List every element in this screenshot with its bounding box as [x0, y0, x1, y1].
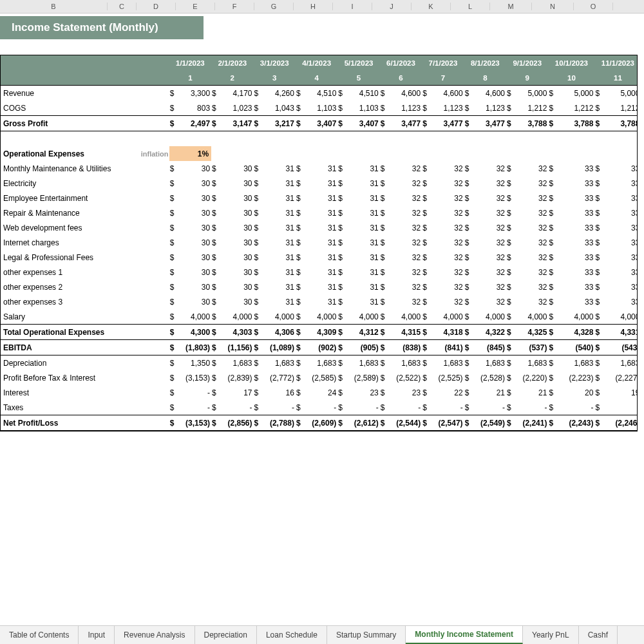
cell[interactable]: 32	[471, 205, 507, 220]
cell[interactable]: -	[387, 400, 422, 415]
col-J[interactable]: J	[372, 3, 412, 10]
cell[interactable]: 30	[218, 250, 254, 265]
cell[interactable]: 31	[345, 191, 380, 205]
cell[interactable]: 4,000	[176, 309, 212, 325]
cell[interactable]: -	[603, 400, 638, 415]
cell[interactable]: 33	[557, 191, 595, 205]
cell[interactable]: 21	[471, 385, 507, 400]
cell[interactable]: 31	[303, 279, 338, 294]
income-statement-table[interactable]: 1/1/20232/1/20233/1/20234/1/20235/1/2023…	[1, 55, 638, 431]
cell[interactable]: 33	[557, 205, 595, 220]
cell[interactable]: 21	[513, 385, 549, 400]
row-elec[interactable]: Electricity$30$30$31$31$31$32$32$32$32$3…	[1, 176, 638, 191]
cell[interactable]: 3,407	[345, 116, 380, 131]
cell[interactable]: (2,788)	[260, 415, 296, 431]
cell[interactable]: 31	[303, 205, 338, 220]
cell[interactable]: 4,306	[260, 325, 296, 340]
tab-table-of-contents[interactable]: Table of Contents	[0, 626, 79, 644]
cell[interactable]: 32	[429, 220, 464, 235]
cell[interactable]: (2,525)	[429, 370, 464, 385]
cell[interactable]: 1,683	[557, 355, 595, 371]
cell[interactable]: (543)	[603, 340, 638, 355]
cell[interactable]: 32	[471, 250, 507, 265]
cell[interactable]: 32	[429, 235, 464, 250]
cell[interactable]: 3,788	[603, 116, 638, 131]
cell[interactable]: 31	[345, 294, 380, 309]
cell[interactable]: 23	[387, 385, 422, 400]
cell[interactable]: (2,585)	[303, 370, 338, 385]
cell[interactable]: 32	[387, 191, 422, 205]
cell[interactable]: (2,549)	[471, 415, 507, 431]
cell[interactable]: 3,788	[557, 116, 595, 131]
cell[interactable]: 20	[557, 385, 595, 400]
cell[interactable]: 33	[603, 250, 638, 265]
cell[interactable]: (2,612)	[345, 415, 380, 431]
cell[interactable]: (2,220)	[513, 370, 549, 385]
cell[interactable]: 1,683	[260, 355, 296, 371]
cell[interactable]: 4,000	[303, 309, 338, 325]
tab-cashf[interactable]: Cashf	[579, 626, 618, 644]
cell[interactable]: 1,103	[303, 100, 338, 116]
col-L[interactable]: L	[451, 3, 490, 10]
row-repair[interactable]: Repair & Maintenance$30$30$31$31$31$32$3…	[1, 205, 638, 220]
tab-depreciation[interactable]: Depreciation	[195, 626, 257, 644]
cell[interactable]: 3,477	[471, 116, 507, 131]
cell[interactable]: 31	[345, 265, 380, 279]
cell[interactable]: 16	[260, 385, 296, 400]
cell[interactable]: 30	[176, 205, 212, 220]
row-maint[interactable]: Monthly Maintenance & Utilities$30$30$31…	[1, 161, 638, 176]
cell[interactable]: 4,000	[513, 309, 549, 325]
cell[interactable]: (2,772)	[260, 370, 296, 385]
cell[interactable]: (845)	[471, 340, 507, 355]
cell[interactable]: 33	[557, 161, 595, 176]
cell[interactable]: (2,609)	[303, 415, 338, 431]
cell[interactable]: 4,000	[471, 309, 507, 325]
cell[interactable]: 5,000	[513, 86, 549, 101]
cell[interactable]: 32	[471, 191, 507, 205]
cell[interactable]: (2,522)	[387, 370, 422, 385]
cell[interactable]: (2,246)	[603, 415, 638, 431]
cell[interactable]: -	[429, 400, 464, 415]
cell[interactable]: 32	[387, 235, 422, 250]
cell[interactable]: (1,089)	[260, 340, 296, 355]
col-D[interactable]: D	[137, 3, 176, 10]
cell[interactable]: 32	[471, 235, 507, 250]
cell[interactable]: 4,510	[345, 86, 380, 101]
cell[interactable]: (2,589)	[345, 370, 380, 385]
cell[interactable]: 30	[218, 235, 254, 250]
cell[interactable]: 31	[345, 220, 380, 235]
cell[interactable]: 4,331	[603, 325, 638, 340]
cell[interactable]: 4,000	[218, 309, 254, 325]
cell[interactable]: 31	[303, 191, 338, 205]
cell[interactable]: 30	[176, 265, 212, 279]
cell[interactable]: (3,153)	[176, 415, 212, 431]
cell[interactable]: 1,683	[471, 355, 507, 371]
cell[interactable]: 1,683	[513, 355, 549, 371]
row-internet[interactable]: Internet charges$30$30$31$31$31$32$32$32…	[1, 235, 638, 250]
cell[interactable]: -	[557, 400, 595, 415]
cell[interactable]: 1,123	[471, 100, 507, 116]
cell[interactable]: 31	[345, 176, 380, 191]
row-salary[interactable]: Salary$4,000$4,000$4,000$4,000$4,000$4,0…	[1, 309, 638, 325]
cell[interactable]: 31	[345, 279, 380, 294]
cell[interactable]: 1,212	[603, 100, 638, 116]
cell[interactable]: 31	[303, 161, 338, 176]
cell[interactable]: 4,000	[260, 309, 296, 325]
cell[interactable]: 1,683	[429, 355, 464, 371]
cell[interactable]: 1,683	[345, 355, 380, 371]
cell[interactable]: 4,322	[471, 325, 507, 340]
cell[interactable]: (2,839)	[218, 370, 254, 385]
cell[interactable]: (2,241)	[513, 415, 549, 431]
cell[interactable]: 4,000	[345, 309, 380, 325]
cell[interactable]: 30	[176, 294, 212, 309]
cell[interactable]: (2,227)	[603, 370, 638, 385]
cell[interactable]: (905)	[345, 340, 380, 355]
cell[interactable]: 4,000	[387, 309, 422, 325]
cell[interactable]: 32	[513, 235, 549, 250]
cell[interactable]: -	[345, 400, 380, 415]
cell[interactable]: -	[513, 400, 549, 415]
cell[interactable]: 32	[471, 176, 507, 191]
cell[interactable]: 32	[513, 161, 549, 176]
cell[interactable]: 32	[429, 279, 464, 294]
cell[interactable]: 32	[513, 176, 549, 191]
